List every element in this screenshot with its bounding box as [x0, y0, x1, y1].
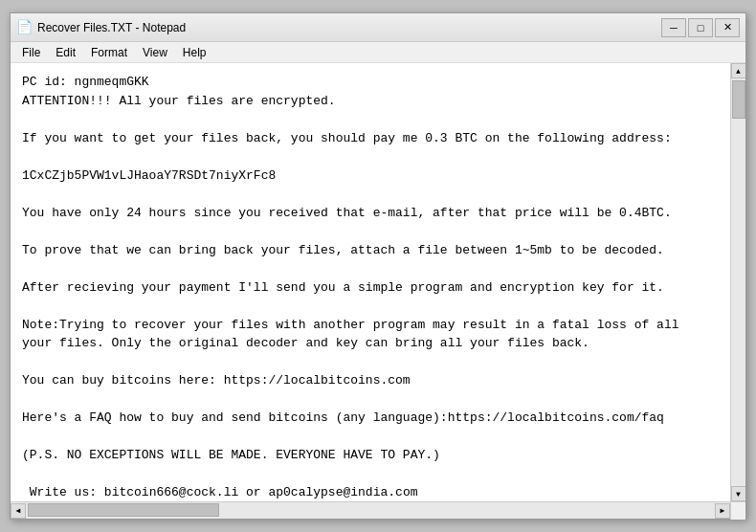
title-bar: 📄 Recover Files.TXT - Notepad ─ □ ✕: [11, 13, 745, 42]
menu-bar: File Edit Format View Help: [11, 42, 745, 63]
menu-file[interactable]: File: [14, 44, 48, 61]
scrollbar-corner: [730, 502, 745, 520]
menu-format[interactable]: Format: [83, 44, 135, 61]
text-content[interactable]: PC id: ngnmeqmGKK ATTENTION!!! All your …: [11, 63, 730, 501]
scroll-left-arrow[interactable]: ◀: [11, 503, 26, 519]
maximize-button[interactable]: □: [688, 18, 713, 37]
bottom-bar: ◀ ▶: [11, 501, 745, 519]
menu-help[interactable]: Help: [175, 44, 214, 61]
close-button[interactable]: ✕: [715, 18, 740, 37]
scroll-right-arrow[interactable]: ▶: [715, 503, 730, 519]
scroll-track-horizontal[interactable]: [26, 502, 715, 519]
horizontal-scrollbar[interactable]: ◀ ▶: [11, 502, 730, 519]
notepad-window: 📄 Recover Files.TXT - Notepad ─ □ ✕ File…: [10, 12, 746, 520]
scroll-thumb-vertical[interactable]: [732, 80, 745, 119]
menu-edit[interactable]: Edit: [48, 44, 83, 61]
minimize-button[interactable]: ─: [661, 18, 686, 37]
scroll-track-vertical[interactable]: [731, 78, 745, 486]
title-bar-left: 📄 Recover Files.TXT - Notepad: [16, 20, 186, 35]
vertical-scrollbar[interactable]: ▲ ▼: [730, 63, 745, 501]
scroll-thumb-horizontal[interactable]: [28, 503, 219, 517]
scroll-up-arrow[interactable]: ▲: [731, 63, 746, 78]
menu-view[interactable]: View: [135, 44, 175, 61]
content-area: PC id: ngnmeqmGKK ATTENTION!!! All your …: [11, 63, 745, 501]
window-controls: ─ □ ✕: [661, 18, 740, 37]
scroll-down-arrow[interactable]: ▼: [731, 486, 746, 501]
notepad-icon: 📄: [16, 20, 32, 35]
window-title: Recover Files.TXT - Notepad: [37, 21, 186, 34]
